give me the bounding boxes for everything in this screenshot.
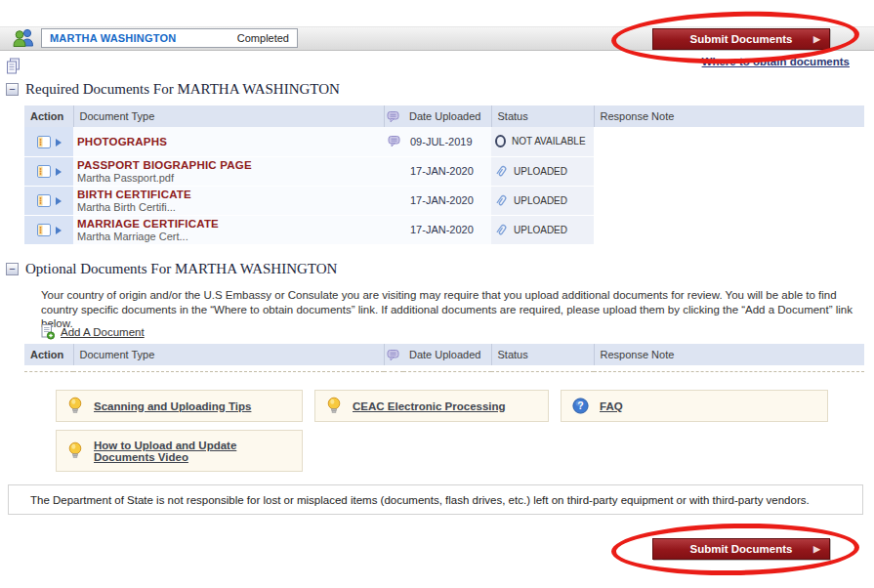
column-header-action: Action bbox=[24, 344, 73, 365]
help-link-ceac-processing[interactable]: CEAC Electronic Processing bbox=[314, 390, 549, 422]
required-section-title: Required Documents For MARTHA WASHINGTON bbox=[25, 81, 340, 98]
applicant-name: MARTHA WASHINGTON bbox=[50, 32, 176, 44]
response-note-cell bbox=[594, 186, 864, 215]
optional-section-description: Your country of origin and/or the U.S Em… bbox=[41, 288, 857, 331]
help-link-label[interactable]: How to Upload and Update Documents Video bbox=[94, 440, 291, 463]
status-badge: UPLOADED bbox=[514, 166, 567, 177]
document-type-label: PASSPORT BIOGRAPHIC PAGE bbox=[77, 159, 380, 171]
applicant-name-box: MARTHA WASHINGTON Completed bbox=[41, 28, 298, 48]
column-header-date-uploaded: Date Uploaded bbox=[403, 344, 491, 365]
column-header-status: Status bbox=[491, 105, 594, 127]
column-header-action: Action bbox=[24, 105, 73, 127]
comment-bubble-icon bbox=[384, 344, 403, 365]
expand-triangle-icon[interactable] bbox=[56, 227, 62, 234]
help-link-scanning-tips[interactable]: Scanning and Uploading Tips bbox=[56, 390, 303, 422]
disclaimer-text: The Department of State is not responsib… bbox=[30, 494, 810, 506]
expand-triangle-icon[interactable] bbox=[56, 139, 62, 147]
comment-bubble-icon bbox=[384, 105, 403, 127]
submit-documents-button-top[interactable]: Submit Documents ▶ bbox=[652, 28, 830, 50]
paperclip-icon bbox=[495, 164, 508, 178]
table-row-photographs: PHOTOGRAPHS 09-JUL-2019 NOT AVAILABLE bbox=[24, 127, 864, 156]
status-badge: UPLOADED bbox=[514, 225, 567, 235]
lightbulb-icon bbox=[67, 441, 83, 460]
submit-documents-label: Submit Documents bbox=[690, 543, 793, 555]
collapse-required-button[interactable]: − bbox=[6, 83, 19, 96]
submit-documents-button-bottom[interactable]: Submit Documents ▶ bbox=[652, 538, 830, 560]
applicant-status: Completed bbox=[237, 32, 289, 44]
paperclip-icon bbox=[495, 223, 508, 236]
view-document-action[interactable] bbox=[24, 215, 73, 244]
column-header-document-type: Document Type bbox=[73, 105, 384, 127]
lightbulb-icon bbox=[326, 397, 342, 415]
required-documents-table: Action Document Type Date Uploaded Statu… bbox=[24, 105, 864, 245]
expand-triangle-icon[interactable] bbox=[56, 168, 62, 176]
table-row-birth-certificate: BIRTH CERTIFICATE Martha Birth Certifi..… bbox=[24, 186, 864, 215]
svg-text:?: ? bbox=[577, 399, 583, 411]
optional-table-empty-row bbox=[24, 365, 864, 371]
column-header-response-note: Response Note bbox=[594, 344, 864, 365]
column-header-status: Status bbox=[491, 344, 594, 365]
optional-table-header-row: Action Document Type Date Uploaded Statu… bbox=[24, 344, 864, 365]
submit-documents-label: Submit Documents bbox=[690, 33, 793, 45]
arrow-right-icon: ▶ bbox=[813, 34, 820, 44]
document-file-name: Martha Birth Certifi... bbox=[77, 201, 380, 213]
required-table-header-row: Action Document Type Date Uploaded Statu… bbox=[24, 105, 864, 127]
status-badge: UPLOADED bbox=[514, 195, 567, 206]
response-note-cell bbox=[594, 156, 864, 186]
expand-triangle-icon[interactable] bbox=[56, 197, 62, 205]
document-type-label: BIRTH CERTIFICATE bbox=[77, 189, 380, 200]
help-link-upload-video[interactable]: How to Upload and Update Documents Video bbox=[56, 430, 303, 472]
column-header-response-note: Response Note bbox=[594, 105, 864, 127]
document-file-name: Martha Passport.pdf bbox=[77, 172, 380, 184]
lightbulb-icon bbox=[67, 397, 83, 415]
optional-section-header: − Optional Documents For MARTHA WASHINGT… bbox=[6, 261, 337, 277]
required-section-header: − Required Documents For MARTHA WASHINGT… bbox=[6, 81, 340, 98]
column-header-document-type: Document Type bbox=[73, 344, 384, 365]
document-type-label: MARRIAGE CERTIFICATE bbox=[77, 218, 380, 230]
arrow-right-icon: ▶ bbox=[813, 544, 820, 554]
view-document-action[interactable] bbox=[24, 156, 73, 186]
table-row-passport: PASSPORT BIOGRAPHIC PAGE Martha Passport… bbox=[24, 156, 864, 186]
ceac-documents-page: MARTHA WASHINGTON Completed Submit Docum… bbox=[0, 0, 874, 588]
date-uploaded-value: 17-JAN-2020 bbox=[403, 215, 491, 244]
status-badge: NOT AVAILABLE bbox=[512, 136, 586, 147]
question-icon: ? bbox=[572, 398, 589, 414]
add-document-icon bbox=[41, 324, 55, 340]
help-link-faq[interactable]: ? FAQ bbox=[561, 390, 828, 422]
date-uploaded-value: 17-JAN-2020 bbox=[403, 186, 491, 215]
date-uploaded-value: 17-JAN-2020 bbox=[403, 156, 491, 186]
column-header-date-uploaded: Date Uploaded bbox=[403, 105, 491, 127]
add-a-document-link[interactable]: Add A Document bbox=[41, 324, 145, 340]
view-document-action[interactable] bbox=[24, 186, 73, 215]
help-link-label[interactable]: CEAC Electronic Processing bbox=[353, 400, 506, 412]
help-link-label[interactable]: FAQ bbox=[600, 400, 623, 412]
help-link-label[interactable]: Scanning and Uploading Tips bbox=[94, 400, 251, 412]
optional-documents-table: Action Document Type Date Uploaded Statu… bbox=[24, 344, 864, 372]
table-row-marriage-certificate: MARRIAGE CERTIFICATE Martha Marriage Cer… bbox=[24, 215, 864, 244]
document-type-label: PHOTOGRAPHS bbox=[77, 136, 380, 147]
paperclip-icon bbox=[495, 193, 508, 207]
people-icon bbox=[13, 28, 36, 47]
copy-pages-icon[interactable] bbox=[6, 58, 21, 74]
document-file-name: Martha Marriage Cert... bbox=[77, 231, 380, 242]
view-document-action[interactable] bbox=[24, 127, 73, 156]
response-note-cell bbox=[594, 127, 864, 156]
circle-o-icon bbox=[495, 135, 506, 147]
collapse-optional-button[interactable]: − bbox=[6, 263, 19, 275]
response-note-cell bbox=[594, 215, 864, 244]
comment-bubble-icon[interactable] bbox=[384, 127, 403, 156]
disclaimer-box: The Department of State is not responsib… bbox=[8, 484, 863, 515]
optional-section-title: Optional Documents For MARTHA WASHINGTON bbox=[25, 261, 337, 277]
where-to-obtain-documents-link[interactable]: Where to obtain documents bbox=[702, 56, 850, 67]
date-uploaded-value: 09-JUL-2019 bbox=[403, 127, 491, 156]
add-a-document-label[interactable]: Add A Document bbox=[61, 326, 145, 338]
